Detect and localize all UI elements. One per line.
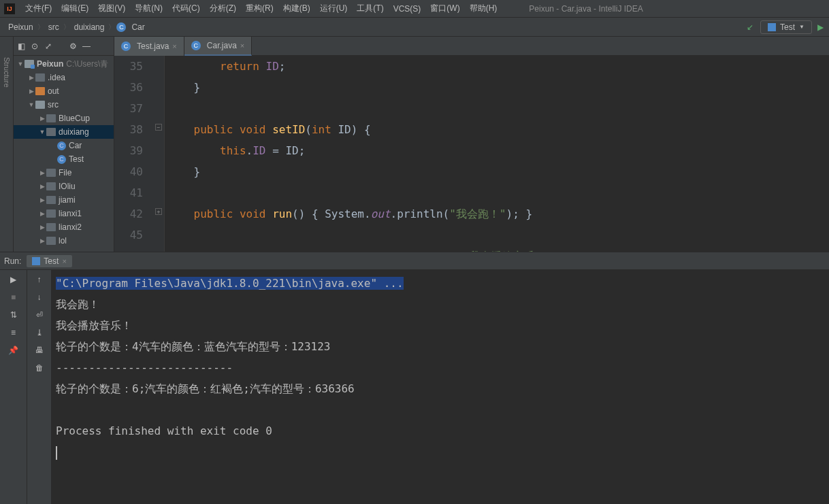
package-icon xyxy=(46,182,56,190)
folder-icon xyxy=(35,101,45,109)
close-icon[interactable]: × xyxy=(172,42,176,50)
chevron-right-icon: 〉 xyxy=(62,22,71,32)
menu-vcs[interactable]: VCS(S) xyxy=(389,4,426,14)
crumb-package[interactable]: duixiang xyxy=(71,22,108,32)
tab-label: Test.java xyxy=(137,41,169,51)
down-icon[interactable]: ↓ xyxy=(34,292,45,303)
tab-car-java[interactable]: C Car.java × xyxy=(184,37,252,56)
stop-icon[interactable]: ■ xyxy=(8,292,19,303)
root-path: C:\Users\青 xyxy=(66,58,108,70)
package-icon xyxy=(46,114,56,122)
code-content[interactable]: return ID; } public void setID(int ID) {… xyxy=(165,56,829,252)
tree-label: Test xyxy=(69,154,84,164)
tree-item[interactable]: ▶.idea xyxy=(14,71,114,84)
tree-item[interactable]: CTest xyxy=(14,152,114,166)
tree-item[interactable]: ▶lianxi2 xyxy=(14,220,114,234)
crumb-project[interactable]: Peixun xyxy=(5,22,36,32)
folder-icon xyxy=(35,87,45,95)
structure-tool-tab[interactable]: Structure xyxy=(0,37,14,252)
breadcrumb-bar: Peixun 〉 src 〉 duixiang 〉 C Car ↙ Test ▼… xyxy=(0,18,829,37)
tree-item[interactable]: ▶lianxi1 xyxy=(14,207,114,220)
menu-window[interactable]: 窗口(W) xyxy=(425,3,464,14)
crumb-src[interactable]: src xyxy=(46,22,62,32)
tree-item[interactable]: ▼src xyxy=(14,98,114,112)
menu-edit[interactable]: 编辑(E) xyxy=(56,3,93,14)
package-icon xyxy=(46,223,56,231)
scroll-icon[interactable]: ⤓ xyxy=(34,327,45,338)
folder-icon xyxy=(35,73,45,82)
close-icon[interactable]: × xyxy=(240,41,244,50)
menu-tools[interactable]: 工具(T) xyxy=(352,3,388,14)
hide-icon[interactable]: — xyxy=(82,41,91,51)
package-icon xyxy=(46,196,56,204)
chevron-right-icon: 〉 xyxy=(36,22,46,32)
tree-item[interactable]: ▶BlueCup xyxy=(14,112,114,125)
fold-icon[interactable]: − xyxy=(155,124,162,131)
menu-bar: IJ 文件(F) 编辑(E) 视图(V) 导航(N) 代码(C) 分析(Z) 重… xyxy=(0,0,829,18)
expand-all-icon[interactable]: ⤢ xyxy=(44,41,53,51)
run-config-selector[interactable]: Test ▼ xyxy=(760,20,812,34)
console-output[interactable]: "C:\Program Files\Java\jdk1.8.0_221\bin\… xyxy=(52,270,829,504)
run-title: Run: xyxy=(4,256,21,266)
menu-run[interactable]: 运行(U) xyxy=(315,3,353,14)
tree-label: IOliu xyxy=(59,182,76,191)
build-icon[interactable]: ↙ xyxy=(747,22,753,32)
fold-icon[interactable]: + xyxy=(155,208,162,215)
class-icon: C xyxy=(57,141,66,150)
class-icon: C xyxy=(191,41,201,50)
run-button[interactable]: ▶ xyxy=(817,22,824,32)
run-config-icon xyxy=(768,23,776,31)
run-header: Run: Test × xyxy=(0,252,829,270)
tree-item[interactable]: ▶File xyxy=(14,166,114,180)
run-toolbar-secondary: ↑ ↓ ⏎ ⤓ 🖶 🗑 xyxy=(27,270,52,504)
tree-item[interactable]: ▶IOliu xyxy=(14,180,114,193)
pin-icon[interactable]: 📌 xyxy=(8,345,19,356)
fold-gutter[interactable]: − + xyxy=(152,56,165,252)
rerun-icon[interactable]: ▶ xyxy=(8,274,19,285)
tree-root[interactable]: ▼ Peixun C:\Users\青 xyxy=(14,57,114,71)
window-title: Peixun - Car.java - IntelliJ IDEA xyxy=(529,4,643,14)
menu-analyze[interactable]: 分析(Z) xyxy=(205,3,241,14)
up-icon[interactable]: ↑ xyxy=(34,274,45,285)
code-editor[interactable]: 35363738394041424546 − + return ID; } pu… xyxy=(114,56,829,252)
select-opened-icon[interactable]: ⊙ xyxy=(30,41,39,51)
print-icon[interactable]: 🖶 xyxy=(34,345,45,356)
wrap-icon[interactable]: ⏎ xyxy=(34,309,45,320)
gear-icon[interactable]: ⚙ xyxy=(68,41,78,51)
root-label: Peixun xyxy=(37,59,63,69)
tree-item[interactable]: ▼duixiang xyxy=(14,125,114,139)
tree-label: Car xyxy=(69,141,82,150)
run-tab[interactable]: Test × xyxy=(27,255,71,267)
menu-code[interactable]: 代码(C) xyxy=(167,3,205,14)
tree-item[interactable]: ▶out xyxy=(14,84,114,98)
tree-label: duixiang xyxy=(59,127,89,137)
class-icon: C xyxy=(121,41,131,51)
tree-label: jiami xyxy=(59,195,76,205)
package-icon xyxy=(46,128,56,136)
tab-test-java[interactable]: C Test.java × xyxy=(114,37,184,56)
tree-item[interactable]: ▶jiami xyxy=(14,193,114,207)
module-icon xyxy=(25,60,34,68)
menu-build[interactable]: 构建(B) xyxy=(278,3,315,14)
tree-item[interactable]: ▶lol xyxy=(14,234,114,248)
menu-refactor[interactable]: 重构(R) xyxy=(241,3,278,14)
run-tab-icon xyxy=(32,257,40,265)
tree-label: File xyxy=(59,168,71,178)
run-tool-window: Run: Test × ▶ ■ ⇅ ≡ 📌 ↑ ↓ ⏎ ⤓ 🖶 🗑 "C:\Pr… xyxy=(0,252,829,504)
trash-icon[interactable]: 🗑 xyxy=(34,363,45,373)
menu-file[interactable]: 文件(F) xyxy=(20,3,56,14)
tree-label: lol xyxy=(59,236,67,246)
menu-view[interactable]: 视图(V) xyxy=(93,3,130,14)
layout-icon[interactable]: ⇅ xyxy=(8,309,19,320)
menu-help[interactable]: 帮助(H) xyxy=(465,3,502,14)
project-view-icon[interactable]: ◧ xyxy=(16,41,26,51)
crumb-class[interactable]: Car xyxy=(129,22,147,32)
layout2-icon[interactable]: ≡ xyxy=(8,327,19,338)
project-tree[interactable]: ▼ Peixun C:\Users\青 ▶.idea▶out▼src▶BlueC… xyxy=(14,56,114,252)
menu-navigate[interactable]: 导航(N) xyxy=(130,3,167,14)
tree-label: BlueCup xyxy=(59,114,90,123)
close-icon[interactable]: × xyxy=(62,257,66,265)
tree-label: out xyxy=(48,86,59,96)
tree-item[interactable]: CCar xyxy=(14,139,114,152)
line-gutter: 35363738394041424546 xyxy=(114,56,152,252)
